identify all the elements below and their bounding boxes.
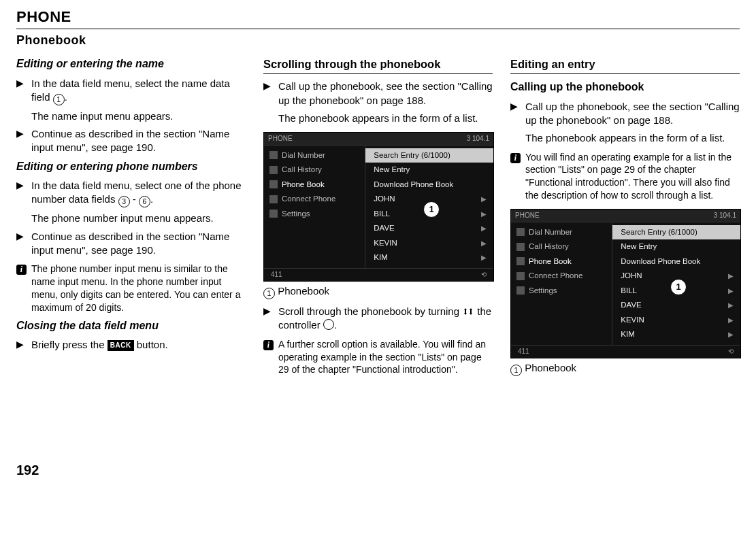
step-text: Call up the phonebook, see the section "… — [525, 100, 740, 146]
page-number: 192 — [16, 461, 246, 480]
book-icon — [269, 180, 278, 188]
column-1: Editing or entering the name ▶ In the da… — [16, 52, 246, 480]
side-item: Phone Book — [529, 256, 572, 267]
chevron-right-icon: ▶ — [728, 301, 734, 310]
back-button-label: BACK — [108, 340, 134, 351]
keypad-icon — [269, 151, 278, 159]
list-item: Download Phone Book — [374, 180, 453, 190]
history-icon — [269, 166, 278, 174]
text: . — [65, 91, 67, 103]
circled-number-1-icon: 1 — [510, 365, 522, 376]
side-item: Call History — [282, 165, 322, 175]
list-item: Download Phone Book — [621, 256, 700, 267]
step: ▶ Continue as described in the section "… — [16, 230, 246, 258]
caption-text: Phonebook — [525, 362, 576, 373]
callout-1: 1 — [670, 279, 687, 295]
step: ▶ Call up the phonebook, see the section… — [510, 100, 740, 146]
text: Call up the phonebook, see the section "… — [278, 80, 493, 105]
chevron-right-icon: ▶ — [728, 330, 734, 339]
step-text: In the data field menu, select one of th… — [31, 179, 246, 226]
step-result: The phonebook appears in the form of a l… — [525, 131, 740, 145]
step: ▶ In the data field menu, select one of … — [16, 179, 246, 226]
info-icon: i — [510, 151, 525, 203]
gear-icon — [269, 210, 278, 218]
step-arrow-icon: ▶ — [510, 100, 525, 146]
list-item: DAVE — [621, 300, 641, 311]
phone-link-icon — [516, 272, 525, 280]
step-arrow-icon: ▶ — [16, 127, 31, 155]
chevron-right-icon: ▶ — [481, 195, 487, 204]
list-item: Search Entry (6/1000) — [374, 150, 450, 161]
chevron-right-icon: ▶ — [728, 286, 734, 296]
step: ▶ Call up the phonebook, see the section… — [263, 80, 493, 125]
chevron-right-icon: ▶ — [481, 239, 487, 248]
step-arrow-icon: ▶ — [263, 305, 278, 333]
text: button. — [134, 339, 168, 350]
figure-caption: 1 Phonebook — [510, 361, 740, 376]
side-item: Phone Book — [282, 180, 325, 190]
circled-number-3-icon: 3 — [118, 196, 130, 207]
info-note: i A further scroll option is available. … — [263, 338, 493, 377]
heading-editing-numbers: Editing or entering phone numbers — [16, 159, 246, 174]
book-icon — [516, 257, 525, 265]
circled-number-1-icon: 1 — [53, 94, 65, 105]
side-item: Settings — [282, 209, 310, 220]
side-item: Dial Number — [282, 150, 325, 161]
list-item: Search Entry (6/1000) — [621, 227, 697, 238]
step-text: Continue as described in the section "Na… — [31, 230, 246, 258]
svg-rect-0 — [465, 310, 466, 313]
caption-text: Phonebook — [278, 285, 329, 297]
controller-knob-icon — [323, 319, 334, 330]
gear-icon — [516, 286, 525, 295]
list-item: KIM — [621, 329, 634, 340]
chevron-right-icon: ▶ — [728, 271, 734, 281]
list-item: KIM — [374, 252, 387, 263]
screen-title: PHONE — [515, 211, 540, 220]
circled-number-1-icon: 1 — [263, 288, 275, 299]
step-arrow-icon: ▶ — [16, 77, 31, 124]
step-text: Continue as described in the section "Na… — [31, 127, 246, 155]
subheading-calling-up: Calling up the phonebook — [510, 80, 740, 95]
title-rule — [16, 29, 740, 29]
chevron-right-icon: ▶ — [481, 210, 487, 219]
list-item: KEVIN — [621, 315, 644, 326]
heading-editing-entry: Editing an entry — [510, 56, 740, 74]
step-text: In the data field menu, select the name … — [31, 77, 246, 124]
screen-status: 3 104.1 — [467, 134, 489, 144]
rotate-up-down-icon — [462, 306, 474, 317]
text: Call up the phonebook, see the section "… — [525, 101, 740, 126]
phonebook-screenshot: PHONE 3 104.1 Dial Number Call History P… — [510, 209, 741, 358]
column-3: Editing an entry Calling up the phoneboo… — [510, 52, 740, 480]
list-item: BILL — [374, 209, 390, 220]
heading-closing-menu: Closing the data field menu — [16, 318, 246, 333]
step: ▶ Briefly press the BACK button. — [16, 338, 246, 352]
info-text: The phone number input menu is similar t… — [31, 263, 246, 314]
step-text: Call up the phonebook, see the section "… — [278, 80, 493, 125]
step-arrow-icon: ▶ — [16, 338, 31, 352]
side-item: Connect Phone — [282, 194, 335, 205]
step-result: The name input menu appears. — [31, 110, 246, 123]
text: - — [130, 193, 139, 205]
subtitle: Phonebook — [16, 32, 740, 48]
keypad-icon — [516, 228, 525, 236]
text: . — [334, 319, 337, 331]
text: Briefly press the — [31, 339, 108, 350]
back-arrow-icon: ⟲ — [481, 270, 487, 280]
info-note: i The phone number input menu is similar… — [16, 263, 246, 314]
side-item: Dial Number — [529, 227, 572, 238]
history-icon — [516, 243, 525, 251]
phonebook-screenshot: PHONE 3 104.1 Dial Number Call History P… — [263, 132, 494, 282]
list-item: KEVIN — [374, 238, 397, 249]
chevron-right-icon: ▶ — [728, 316, 734, 325]
list-item: New Entry — [621, 241, 657, 252]
heading-editing-name: Editing or entering the name — [16, 56, 246, 71]
figure-caption: 1 Phonebook — [263, 284, 493, 299]
step: ▶ Continue as described in the section "… — [16, 127, 246, 155]
bottom-left: 411 — [271, 270, 282, 280]
chevron-right-icon: ▶ — [481, 253, 487, 263]
column-2: Scrolling through the phonebook ▶ Call u… — [263, 52, 493, 480]
list-item: New Entry — [374, 165, 410, 175]
info-icon: i — [16, 263, 31, 314]
screen-status: 3 104.1 — [714, 211, 736, 220]
step-result: The phone number input menu appears. — [31, 212, 246, 225]
